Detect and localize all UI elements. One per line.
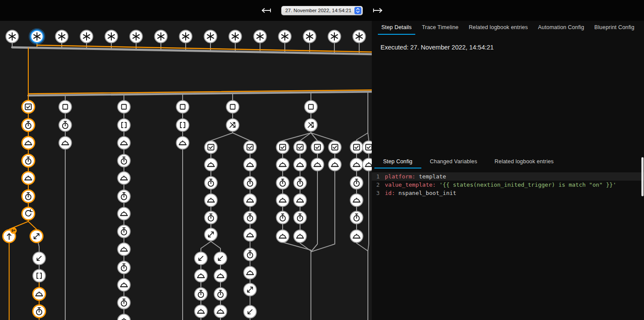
node-timer[interactable] — [277, 211, 289, 224]
node-timer[interactable] — [33, 305, 46, 318]
node-bell[interactable] — [244, 267, 257, 279]
node-bell[interactable] — [118, 172, 130, 185]
node-arrow-bl[interactable] — [244, 306, 257, 318]
node-split[interactable] — [227, 119, 239, 132]
node-square[interactable] — [118, 101, 130, 113]
node-bell[interactable] — [22, 172, 35, 185]
node-bell[interactable] — [205, 158, 217, 171]
previous-trace-button[interactable] — [260, 7, 273, 14]
node-timer[interactable] — [294, 177, 307, 189]
node-condition[interactable] — [277, 141, 289, 154]
node-timer[interactable] — [59, 119, 72, 132]
node-arrow-bl[interactable] — [33, 252, 46, 265]
node-bell[interactable] — [118, 279, 130, 291]
node-timer[interactable] — [350, 177, 363, 189]
node-bell[interactable] — [277, 230, 289, 243]
node-brackets[interactable] — [118, 119, 130, 132]
node-timer[interactable] — [118, 190, 130, 203]
node-bell[interactable] — [294, 230, 307, 243]
node-timer[interactable] — [244, 211, 257, 224]
node-bell[interactable] — [311, 158, 324, 171]
node-condition[interactable] — [329, 141, 341, 154]
node-timer[interactable] — [244, 248, 257, 261]
tab-automation-config[interactable]: Automation Config — [534, 21, 587, 35]
node-timer[interactable] — [214, 288, 227, 300]
node-asterisk[interactable] — [353, 30, 366, 43]
node-timer[interactable] — [294, 211, 307, 224]
node-arrow-up[interactable]: 9+ — [3, 228, 17, 243]
trace-run-select[interactable]: 27. November 2022, 14:54:21 — [281, 6, 363, 15]
node-asterisk[interactable] — [105, 30, 118, 43]
node-timer[interactable] — [22, 155, 35, 167]
node-timer[interactable] — [244, 177, 257, 189]
node-bell[interactable] — [118, 314, 130, 320]
node-bell[interactable] — [205, 194, 217, 207]
node-bell[interactable] — [214, 305, 227, 318]
node-timer[interactable] — [22, 190, 35, 203]
node-bell[interactable] — [277, 158, 289, 171]
node-diverge[interactable] — [205, 228, 217, 241]
node-timer[interactable] — [277, 177, 289, 189]
node-repeat[interactable] — [22, 208, 35, 220]
node-asterisk[interactable] — [204, 30, 217, 43]
node-brackets[interactable] — [33, 270, 46, 282]
node-asterisk[interactable] — [80, 30, 93, 43]
tab-step-config[interactable]: Step Config — [374, 155, 421, 168]
node-arrow-bl[interactable] — [195, 252, 207, 265]
node-condition[interactable] — [294, 141, 307, 154]
node-asterisk[interactable] — [328, 30, 341, 43]
node-timer[interactable] — [118, 261, 130, 274]
node-bell[interactable] — [350, 158, 363, 171]
tab-related-logbook-entries[interactable]: Related logbook entries — [486, 155, 562, 168]
node-timer[interactable] — [118, 225, 130, 238]
node-bell[interactable] — [118, 243, 130, 256]
node-square[interactable] — [59, 101, 72, 113]
node-bell[interactable] — [118, 137, 130, 149]
node-timer[interactable] — [22, 119, 35, 132]
node-condition[interactable] — [205, 141, 217, 154]
node-bell[interactable] — [329, 158, 341, 171]
node-square[interactable] — [177, 101, 189, 113]
node-bell[interactable] — [244, 229, 257, 241]
node-asterisk[interactable] — [56, 30, 68, 43]
node-bell[interactable] — [22, 137, 35, 149]
node-condition[interactable] — [350, 141, 363, 154]
node-bell[interactable] — [294, 194, 307, 207]
node-split[interactable] — [305, 119, 317, 132]
node-bell[interactable] — [177, 137, 189, 149]
node-bell[interactable] — [350, 230, 363, 243]
node-timer[interactable] — [118, 297, 130, 309]
node-brackets[interactable] — [177, 119, 189, 132]
node-bell[interactable] — [33, 288, 46, 300]
node-asterisk[interactable] — [6, 30, 19, 43]
node-bell[interactable] — [59, 137, 72, 149]
node-bell[interactable] — [363, 158, 372, 171]
node-bell[interactable] — [244, 194, 257, 207]
node-asterisk[interactable] — [254, 30, 267, 43]
node-condition[interactable] — [311, 141, 324, 154]
node-asterisk[interactable] — [30, 29, 45, 44]
tab-changed-variables[interactable]: Changed Variables — [421, 155, 486, 168]
node-square[interactable] — [305, 101, 317, 113]
node-bell[interactable] — [118, 208, 130, 220]
node-asterisk[interactable] — [130, 30, 143, 43]
node-bell[interactable] — [214, 270, 227, 282]
scrollbar-thumb[interactable] — [641, 157, 644, 196]
node-condition[interactable] — [244, 141, 257, 154]
node-diverge[interactable] — [244, 284, 257, 296]
node-condition[interactable] — [22, 101, 35, 113]
tab-blueprint-config[interactable]: Blueprint Config — [591, 21, 638, 35]
node-arrow-bl[interactable] — [214, 252, 227, 265]
node-bell[interactable] — [244, 158, 257, 171]
tab-trace-timeline[interactable]: Trace Timeline — [418, 21, 462, 35]
node-bell[interactable] — [277, 194, 289, 207]
node-bell[interactable] — [294, 158, 307, 171]
tab-related-logbook-entries[interactable]: Related logbook entries — [465, 21, 531, 35]
tab-step-details[interactable]: Step Details — [378, 21, 415, 35]
node-timer[interactable] — [205, 211, 217, 224]
node-diverge[interactable] — [30, 230, 43, 243]
node-timer[interactable] — [205, 177, 217, 189]
next-trace-button[interactable] — [371, 7, 384, 14]
node-timer[interactable] — [118, 155, 130, 167]
node-asterisk[interactable] — [180, 30, 192, 43]
